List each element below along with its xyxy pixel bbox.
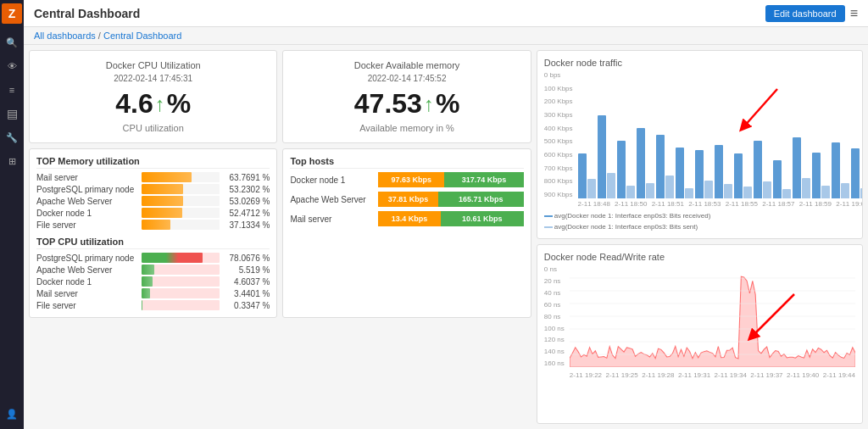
memory-panel-title: Docker Available memory (354, 60, 460, 70)
sidebar-icon-wrench[interactable]: 🔧 (3, 129, 20, 146)
logo: Z (2, 3, 22, 24)
breadcrumb-all[interactable]: All dashboards (34, 31, 96, 41)
topbar: Central Dashboard Edit dashboard ≡ (24, 0, 868, 27)
y-axis-traffic: 900 Kbps800 Kbps700 Kbps600 Kbps500 Kbps… (544, 71, 576, 198)
bar-group (695, 150, 713, 198)
cpu-metric-label: CPU utilization (123, 123, 184, 133)
cpu-rows: PostgreSQL primary node 78.0676 % Apache… (36, 253, 270, 310)
sidebar-icon-search[interactable]: 🔍 (3, 34, 20, 51)
cpu-row: Docker node 1 4.6037 % (36, 276, 270, 287)
breadcrumb: All dashboards / Central Dashboard (24, 27, 868, 45)
bar-group (812, 153, 830, 198)
menu-icon[interactable]: ≡ (850, 6, 858, 21)
memory-metric-label: Available memory in % (359, 123, 454, 133)
rw-chart: 160 ns140 ns120 ns100 ns80 ns60 ns40 ns2… (544, 265, 855, 404)
bar-group (715, 145, 732, 198)
bar-group (637, 128, 654, 198)
top-memory-panel: TOP Memory utilization Mail server 63.76… (29, 148, 277, 318)
top-metrics-row: Docker CPU Utilization 2022-02-14 17:45:… (29, 50, 531, 143)
memory-util-title: TOP Memory utilization (36, 156, 270, 169)
bar-group (617, 141, 635, 198)
docker-rw-rate-panel: Docker node Read/Write rate 160 ns140 ns… (537, 244, 863, 424)
memory-panel-date: 2022-02-14 17:45:52 (368, 74, 447, 83)
bar-group (851, 148, 863, 198)
memory-row: PostgreSQL primary node 53.2302 % (36, 184, 270, 194)
sidebar: Z 🔍 👁 ≡ ▤ 🔧 ⊞ 👤 (0, 0, 24, 429)
traffic-panel-title: Docker node traffic (544, 58, 855, 68)
memory-row: Apache Web Server 53.0269 % (36, 196, 270, 206)
bar-group (676, 148, 693, 198)
main-content: Central Dashboard Edit dashboard ≡ All d… (24, 0, 868, 429)
bar-chart-traffic: 2-11 18:482-11 18:502-11 18:512-11 18:53… (578, 71, 863, 208)
left-mid-column: Docker CPU Utilization 2022-02-14 17:45:… (29, 50, 531, 318)
top-hosts-title: Top hosts (290, 156, 523, 169)
cpu-panel-title: Docker CPU Utilization (106, 60, 201, 70)
edit-dashboard-button[interactable]: Edit dashboard (765, 5, 845, 22)
bar-group (578, 153, 596, 198)
cpu-row: File server 0.3347 % (36, 300, 270, 310)
cpu-row: PostgreSQL primary node 78.0676 % (36, 253, 270, 263)
area-chart-rw: 2-11 19:222-11 19:252-11 19:282-11 19:31… (570, 265, 855, 404)
bar-group (793, 137, 810, 198)
y-axis-rw: 160 ns140 ns120 ns100 ns80 ns60 ns40 ns2… (544, 265, 568, 367)
cpu-panel-date: 2022-02-14 17:45:31 (114, 74, 192, 83)
sidebar-icon-list[interactable]: ≡ (3, 81, 20, 98)
bar-group (598, 115, 615, 198)
bar-group (754, 141, 771, 198)
right-column: Docker node traffic 900 Kbps800 Kbps700 … (537, 50, 863, 424)
memory-utilization-panel: Docker Available memory 2022-02-14 17:45… (282, 50, 531, 143)
sidebar-icon-graph[interactable]: ▤ (3, 105, 20, 122)
page-title: Central Dashboard (34, 7, 140, 20)
memory-row: Docker node 1 52.4712 % (36, 208, 270, 218)
bar-group (773, 160, 791, 198)
traffic-chart: 900 Kbps800 Kbps700 Kbps600 Kbps500 Kbps… (544, 71, 855, 208)
dashboard-grid: Docker CPU Utilization 2022-02-14 17:45:… (24, 45, 868, 429)
breadcrumb-current[interactable]: Central Dashboard (103, 31, 181, 41)
cpu-row: Apache Web Server 5.519 % (36, 265, 270, 275)
rw-rate-title: Docker node Read/Write rate (544, 252, 855, 262)
memory-row: File server 37.1334 % (36, 220, 270, 230)
bar-group (734, 153, 752, 198)
hosts-rows: Docker node 1 97.63 Kbps 317.74 Kbps Apa… (290, 172, 523, 229)
cpu-utilization-panel: Docker CPU Utilization 2022-02-14 17:45:… (29, 50, 277, 143)
memory-metric-value: 47.53↑% (354, 88, 460, 120)
cpu-row: Mail server 3.4401 % (36, 288, 270, 298)
host-row: Apache Web Server 37.81 Kbps 165.71 Kbps (290, 192, 523, 207)
memory-rows: Mail server 63.7691 % PostgreSQL primary… (36, 172, 270, 230)
host-row: Docker node 1 97.63 Kbps 317.74 Kbps (290, 172, 523, 187)
cpu-util-title: TOP CPU utilization (36, 237, 270, 249)
sidebar-icon-grid[interactable]: ⊞ (3, 153, 20, 170)
bottom-tables: TOP Memory utilization Mail server 63.76… (29, 148, 531, 318)
memory-up-arrow: ↑ (424, 92, 434, 116)
cpu-metric-value: 4.6↑% (115, 88, 191, 120)
host-row: Mail server 13.4 Kbps 10.61 Kbps (290, 211, 523, 226)
sidebar-icon-user[interactable]: 👤 (3, 405, 20, 422)
traffic-legend: avg(Docker node 1: Interface enp0s3: Bit… (544, 210, 855, 231)
docker-node-traffic-panel: Docker node traffic 900 Kbps800 Kbps700 … (537, 50, 863, 239)
bar-group (656, 135, 674, 198)
top-hosts-panel: Top hosts Docker node 1 97.63 Kbps 317.7… (282, 148, 531, 318)
sidebar-icon-eye[interactable]: 👁 (3, 58, 20, 75)
bar-group (832, 142, 849, 198)
cpu-up-arrow: ↑ (155, 92, 165, 116)
memory-row: Mail server 63.7691 % (36, 172, 270, 182)
